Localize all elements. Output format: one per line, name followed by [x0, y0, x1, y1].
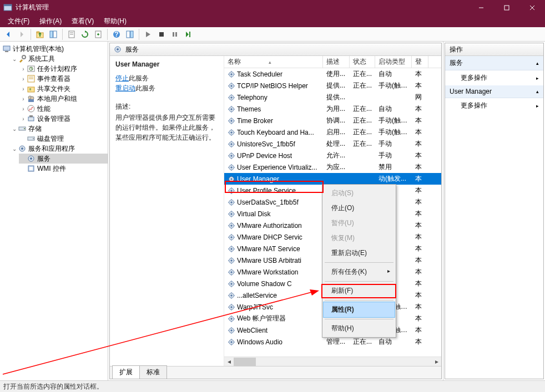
svg-point-51 — [230, 85, 233, 87]
tree-item[interactable]: ›本地用户和组 — [19, 94, 108, 104]
action-more-1[interactable]: 更多操作▸ — [445, 70, 543, 85]
action-group-usermanager[interactable]: User Manager▴ — [445, 85, 543, 98]
storage-icon — [18, 124, 27, 133]
menu-file[interactable]: 文件(F) — [3, 16, 34, 27]
scroll-left-icon[interactable]: ◂ — [224, 357, 234, 366]
menu-action[interactable]: 操作(A) — [35, 16, 66, 27]
restart-button[interactable] — [182, 28, 194, 40]
close-button[interactable] — [519, 0, 545, 15]
tree-system-tools[interactable]: ⌄ 系统工具 — [10, 54, 108, 64]
export-button[interactable] — [92, 28, 104, 40]
ctx-resume: 恢复(M) — [324, 231, 395, 246]
tree-item[interactable]: 服务 — [19, 154, 108, 164]
svg-point-37 — [24, 128, 25, 129]
svg-rect-18 — [173, 32, 174, 37]
ctx-restart[interactable]: 重新启动(E) — [324, 246, 395, 261]
caret-down-icon[interactable]: ⌄ — [11, 146, 18, 152]
tree-item[interactable]: ›共享文件夹 — [19, 84, 108, 94]
list-item[interactable]: User Experience Virtualiz...为应...禁用本 — [224, 161, 441, 173]
ctx-all-tasks[interactable]: 所有任务(K)▸ — [324, 264, 395, 279]
properties-button[interactable] — [65, 28, 78, 40]
service-desc-pane: User Manager 停止此服务 重启动此服务 描述: 用户管理器提供多用户… — [110, 56, 224, 366]
maximize-button[interactable] — [494, 0, 519, 15]
action-more-2[interactable]: 更多操作▸ — [445, 98, 543, 113]
caret-down-icon[interactable]: ⌄ — [11, 56, 18, 62]
window-titlebar: 计算机管理 — [0, 0, 545, 15]
caret-right-icon[interactable]: › — [20, 86, 27, 92]
svg-point-57 — [230, 120, 233, 122]
col-logon[interactable]: 登 — [412, 56, 428, 68]
nav-forward-button[interactable] — [16, 28, 28, 40]
list-item[interactable]: UnistoreSvc_1fbb5f处理...正在...手动本 — [224, 138, 441, 150]
menu-view[interactable]: 查看(V) — [67, 16, 98, 27]
tree-root[interactable]: 计算机管理(本地) — [1, 44, 108, 54]
help-button[interactable]: ? — [110, 28, 123, 40]
horizontal-scrollbar[interactable]: ◂ ▸ — [224, 357, 441, 366]
col-starttype[interactable]: 启动类型 — [375, 56, 412, 68]
gear-icon — [228, 292, 235, 299]
action-group-services[interactable]: 服务▴ — [445, 56, 543, 70]
refresh-button[interactable] — [79, 28, 91, 40]
list-item[interactable]: Task Scheduler使用...正在...自动本 — [224, 68, 441, 80]
scroll-right-icon[interactable]: ▸ — [432, 357, 441, 366]
list-item[interactable]: Telephony提供...网 — [224, 91, 441, 103]
svg-point-69 — [230, 190, 233, 192]
svg-point-95 — [230, 341, 233, 343]
gear-icon — [228, 175, 235, 183]
col-desc[interactable]: 描述 — [323, 56, 350, 68]
desc-text: 用户管理器提供多用户交互所需要的运行时组件。如果停止此服务，某些应用程序可能无法… — [115, 113, 218, 142]
up-button[interactable] — [34, 28, 46, 40]
gear-icon — [228, 70, 235, 78]
stop-link[interactable]: 停止 — [115, 74, 129, 82]
caret-right-icon[interactable]: › — [20, 76, 27, 82]
submenu-icon: ▸ — [387, 268, 390, 274]
stop-button[interactable] — [155, 28, 168, 40]
col-name[interactable]: 名称▴ — [224, 56, 323, 68]
list-item[interactable]: UPnP Device Host允许...手动本 — [224, 150, 441, 161]
list-item[interactable]: Themes为用...正在...自动本 — [224, 103, 441, 115]
ctx-properties[interactable]: 属性(R) — [324, 302, 395, 317]
tree-item[interactable]: 磁盘管理 — [19, 134, 108, 144]
tab-extended[interactable]: 扩展 — [112, 365, 140, 379]
tree-services-apps[interactable]: ⌄ 服务和应用程序 — [10, 144, 108, 154]
tree-item[interactable]: ›设备管理器 — [19, 114, 108, 124]
scroll-thumb[interactable] — [234, 358, 256, 366]
gear-icon — [228, 117, 235, 125]
list-item[interactable]: Touch Keyboard and Ha...启用...正在...手动(触发.… — [224, 126, 441, 138]
svg-rect-8 — [53, 31, 57, 38]
gear-icon — [228, 210, 235, 218]
play-button[interactable] — [142, 28, 154, 40]
tree-item[interactable]: WMI 控件 — [19, 164, 108, 174]
svg-point-39 — [33, 138, 34, 139]
show-hide-tree-button[interactable] — [47, 28, 59, 40]
sort-indicator-icon: ▴ — [269, 59, 271, 65]
list-item[interactable]: User Manager动(触发...本 — [224, 173, 441, 185]
ctx-help[interactable]: 帮助(H) — [324, 321, 395, 336]
tree-item-icon — [27, 104, 36, 113]
tree-item[interactable]: ›任务计划程序 — [19, 64, 108, 74]
tree-item-icon — [27, 164, 36, 173]
caret-right-icon[interactable]: › — [20, 106, 27, 112]
menu-help[interactable]: 帮助(H) — [99, 16, 131, 27]
list-item[interactable]: TCP/IP NetBIOS Helper提供...正在...手动(触发...本 — [224, 80, 441, 91]
minimize-button[interactable] — [468, 0, 494, 15]
tree-item[interactable]: ›事件查看器 — [19, 74, 108, 84]
caret-down-icon[interactable]: ⌄ — [11, 126, 18, 132]
svg-point-79 — [230, 248, 233, 250]
caret-right-icon[interactable]: › — [20, 96, 27, 102]
list-item[interactable]: Windows Audio管理...正在...自动本 — [224, 336, 441, 348]
caret-right-icon[interactable]: › — [20, 116, 27, 122]
col-status[interactable]: 状态 — [350, 56, 375, 68]
list-item[interactable]: Time Broker协调...正在...手动(触发...本 — [224, 115, 441, 126]
tree-item[interactable]: ›性能 — [19, 104, 108, 114]
tree-storage[interactable]: ⌄ 存储 — [10, 124, 108, 134]
show-hide-action-button[interactable] — [124, 28, 136, 40]
nav-back-button[interactable] — [2, 28, 14, 40]
ctx-stop[interactable]: 停止(O) — [324, 201, 395, 216]
ctx-refresh[interactable]: 刷新(F) — [324, 283, 395, 298]
pause-button[interactable] — [169, 28, 181, 40]
restart-link[interactable]: 重启动 — [115, 84, 135, 92]
tab-standard[interactable]: 标准 — [139, 365, 167, 379]
tools-icon — [18, 54, 27, 63]
caret-right-icon[interactable]: › — [20, 66, 27, 72]
